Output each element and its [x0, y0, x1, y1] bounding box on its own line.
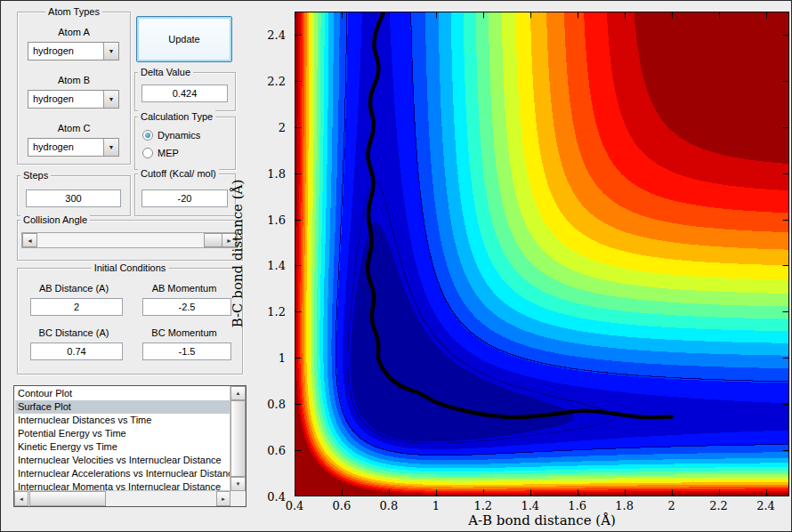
x-tick-label: 0.4: [286, 499, 304, 512]
steps-title: Steps: [20, 169, 51, 181]
dynamics-radio-label: Dynamics: [158, 130, 200, 141]
mep-radio-label: MEP: [158, 148, 179, 158]
horizontal-scroll-thumb[interactable]: [29, 491, 106, 506]
vertical-scroll-thumb[interactable]: [230, 400, 246, 477]
delta-value-title: Delta Value: [138, 66, 193, 78]
chevron-down-icon[interactable]: ▼: [103, 91, 118, 108]
scroll-right-icon[interactable]: ►: [216, 491, 230, 506]
x-tick-label: 0.6: [333, 499, 352, 512]
y-tick-label: 0.8: [267, 398, 286, 411]
app-window: Atom Types Atom A hydrogen ▼ Atom B hydr…: [0, 0, 792, 532]
x-tick-label: 1: [432, 499, 440, 512]
x-tick-label: 0.8: [380, 499, 399, 512]
y-tick-label: 2: [279, 120, 286, 133]
x-axis-label: A-B bond distance (Å): [468, 512, 616, 528]
x-tick-label: 2.4: [756, 499, 775, 512]
radio-icon: [142, 148, 153, 158]
list-item-contour-plot[interactable]: Contour Plot: [15, 387, 230, 400]
x-tick-label: 2: [667, 499, 675, 512]
list-item-potential-energy[interactable]: Potential Energy vs Time: [15, 427, 230, 440]
atom-a-dropdown[interactable]: hydrogen ▼: [28, 42, 119, 60]
calculation-type-panel: Calculation Type Dynamics MEP: [134, 117, 236, 170]
scroll-down-icon[interactable]: ▼: [230, 477, 246, 491]
x-tick-label: 1.4: [521, 499, 539, 512]
scroll-up-icon[interactable]: ▲: [230, 386, 246, 400]
y-tick-label: 1.2: [267, 305, 286, 318]
update-button[interactable]: Update: [136, 16, 232, 62]
bc-momentum-label: BC Momentum: [132, 327, 237, 339]
atom-a-label: Atom A: [18, 27, 130, 38]
y-tick-label: 0.6: [267, 444, 286, 457]
bc-distance-field[interactable]: [30, 343, 123, 360]
y-tick-label: 1.8: [267, 166, 286, 180]
x-tick-label: 1.6: [568, 499, 586, 512]
plot-type-listbox[interactable]: Contour Plot Surface Plot Internuclear D…: [13, 385, 246, 507]
cutoff-field[interactable]: [141, 189, 228, 207]
cutoff-title: Cutoff (Kcal/ mol): [138, 167, 219, 180]
vertical-scrollbar[interactable]: ▲ ▼: [230, 386, 246, 491]
list-item-surface-plot[interactable]: Surface Plot: [15, 400, 230, 414]
atom-b-value: hydrogen: [28, 91, 103, 108]
ab-momentum-field[interactable]: [142, 298, 231, 316]
contour-plot-canvas: [295, 12, 789, 496]
initial-conditions-panel: Initial Conditions AB Distance (A) AB Mo…: [17, 268, 243, 375]
y-axis-label: B-C bond distance (Å): [230, 180, 246, 328]
atom-c-dropdown[interactable]: hydrogen ▼: [28, 138, 119, 157]
scrollbar-corner: [230, 491, 246, 506]
x-axis-ticks: 0.40.60.811.21.41.61.822.22.4: [295, 499, 789, 513]
chevron-down-icon[interactable]: ▼: [103, 139, 118, 156]
atom-c-label: Atom C: [18, 123, 130, 134]
atom-c-value: hydrogen: [28, 139, 103, 156]
list-item-internuclear-velocities[interactable]: Internuclear Velocities vs Internuclear …: [15, 454, 230, 467]
x-tick-label: 1.8: [615, 499, 634, 512]
x-tick-label: 2.2: [709, 499, 728, 512]
y-tick-label: 1: [279, 351, 286, 365]
bc-momentum-field[interactable]: [142, 343, 231, 360]
atom-b-dropdown[interactable]: hydrogen ▼: [28, 90, 119, 109]
atom-types-panel: Atom Types Atom A hydrogen ▼ Atom B hydr…: [17, 12, 131, 165]
list-item-kinetic-energy[interactable]: Kinetic Energy vs Time: [15, 440, 230, 454]
steps-panel: Steps: [17, 175, 131, 216]
scroll-left-icon[interactable]: ◄: [14, 491, 28, 506]
chevron-down-icon[interactable]: ▼: [103, 43, 118, 60]
pes-contour-plot: [295, 12, 789, 496]
slider-left-arrow-icon[interactable]: ◄: [22, 233, 37, 247]
collision-angle-title: Collision Angle: [20, 214, 90, 226]
steps-field[interactable]: [26, 189, 121, 207]
y-tick-label: 2.2: [267, 74, 286, 87]
collision-angle-panel: Collision Angle ◄ ►: [17, 220, 243, 261]
y-tick-label: 1.4: [267, 259, 286, 272]
calculation-type-title: Calculation Type: [138, 110, 215, 123]
y-axis-ticks: 0.40.60.811.21.41.61.822.22.4: [259, 12, 289, 496]
delta-value-field[interactable]: [141, 85, 228, 102]
x-tick-label: 1.2: [473, 499, 492, 512]
horizontal-scrollbar[interactable]: ◄ ►: [14, 490, 230, 506]
y-tick-label: 1.6: [267, 213, 286, 226]
list-item-internuclear-accelerations[interactable]: Internuclear Accelerations vs Internucle…: [15, 467, 230, 480]
cutoff-panel: Cutoff (Kcal/ mol): [134, 173, 236, 216]
ab-distance-field[interactable]: [30, 298, 123, 316]
delta-value-panel: Delta Value: [134, 72, 236, 111]
initial-conditions-title: Initial Conditions: [92, 262, 169, 274]
y-tick-label: 2.4: [267, 28, 286, 41]
y-tick-label: 0.4: [267, 490, 286, 504]
bc-distance-label: BC Distance (A): [18, 327, 130, 339]
plot-type-list: Contour Plot Surface Plot Internuclear D…: [15, 387, 230, 491]
collision-angle-slider[interactable]: ◄ ►: [21, 232, 238, 248]
radio-icon: [142, 130, 153, 141]
list-item-internuclear-distances[interactable]: Internuclear Distances vs Time: [15, 414, 230, 427]
slider-thumb[interactable]: [204, 233, 223, 247]
atom-types-title: Atom Types: [45, 5, 102, 18]
atom-b-label: Atom B: [18, 75, 130, 86]
ab-distance-label: AB Distance (A): [18, 283, 130, 294]
dynamics-radio[interactable]: Dynamics: [142, 129, 200, 141]
mep-radio[interactable]: MEP: [142, 147, 179, 159]
atom-a-value: hydrogen: [28, 43, 103, 60]
ab-momentum-label: AB Momentum: [132, 283, 237, 294]
